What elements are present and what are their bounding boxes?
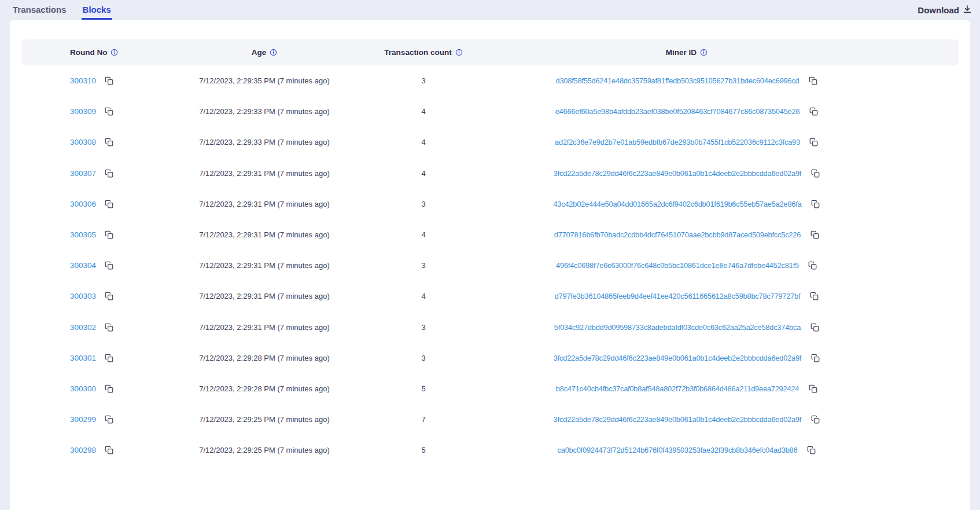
- copy-icon[interactable]: [104, 353, 113, 362]
- round-no-link[interactable]: 300307: [70, 169, 96, 178]
- age-cell: 7/12/2023, 2:29:31 PM (7 minutes ago): [178, 230, 351, 239]
- miner-id-cell: ad2f2c36e7e9d2b7e01ab59edbfb67de293b0b74…: [496, 138, 959, 147]
- table-row: 300306 7/12/2023, 2:29:31 PM (7 minutes …: [21, 189, 959, 219]
- copy-icon[interactable]: [810, 322, 819, 332]
- table-row: 300302 7/12/2023, 2:29:31 PM (7 minutes …: [21, 312, 959, 343]
- copy-icon[interactable]: [104, 322, 113, 332]
- copy-icon[interactable]: [809, 292, 819, 301]
- table-body: 300310 7/12/2023, 2:29:35 PM (7 minutes …: [21, 65, 959, 465]
- copy-icon[interactable]: [104, 230, 113, 240]
- miner-id-link[interactable]: 3fcd22a5de78c29dd46f6c223ae849e0b061a0b1…: [554, 415, 801, 424]
- transaction-count-cell: 3: [351, 76, 496, 85]
- tab-list: Transactions Blocks: [12, 3, 112, 20]
- miner-id-cell: 5f034c927dbdd9d09598733c8adebdafdf03cde0…: [496, 322, 959, 332]
- miner-id-cell: d797fe3b36104865feeb9d4eef41ee420c561166…: [496, 292, 959, 301]
- copy-icon[interactable]: [104, 168, 113, 178]
- transaction-count-cell: 7: [351, 415, 496, 424]
- table-row: 300300 7/12/2023, 2:29:28 PM (7 minutes …: [21, 373, 959, 404]
- miner-id-link[interactable]: ca0bc0f0924473f72d5124b676f0f439503253fa…: [558, 446, 798, 454]
- copy-icon[interactable]: [104, 415, 113, 424]
- copy-icon[interactable]: [809, 107, 818, 116]
- round-no-link[interactable]: 300304: [70, 261, 96, 270]
- copy-icon[interactable]: [104, 446, 113, 455]
- miner-id-link[interactable]: 5f034c927dbdd9d09598733c8adebdafdf03cde0…: [554, 323, 801, 332]
- download-button[interactable]: Download: [918, 3, 972, 16]
- info-icon[interactable]: [270, 49, 277, 56]
- miner-id-link[interactable]: 3fcd22a5de78c29dd46f6c223ae849e0b061a0b1…: [554, 169, 801, 178]
- table-row: 300310 7/12/2023, 2:29:35 PM (7 minutes …: [21, 65, 959, 96]
- round-no-link[interactable]: 300301: [70, 354, 96, 362]
- copy-icon[interactable]: [810, 415, 820, 424]
- info-icon[interactable]: [110, 49, 118, 56]
- copy-icon[interactable]: [104, 261, 113, 270]
- table-row: 300308 7/12/2023, 2:29:33 PM (7 minutes …: [21, 127, 959, 157]
- miner-id-link[interactable]: ad2f2c36e7e9d2b7e01ab59edbfb67de293b0b74…: [555, 138, 800, 146]
- miner-id-link[interactable]: 43c42b02e444e50a04dd01665a2dc6f9402c6db0…: [553, 200, 801, 208]
- miner-id-cell: 496f4c0698f7e6c63000f76c648c0b5bc10861dc…: [496, 261, 959, 270]
- age-cell: 7/12/2023, 2:29:25 PM (7 minutes ago): [178, 415, 351, 424]
- round-no-link[interactable]: 300309: [70, 107, 96, 116]
- copy-icon[interactable]: [104, 107, 113, 116]
- copy-icon[interactable]: [810, 168, 820, 178]
- age-cell: 7/12/2023, 2:29:35 PM (7 minutes ago): [178, 76, 351, 85]
- age-cell: 7/12/2023, 2:29:31 PM (7 minutes ago): [178, 200, 351, 208]
- info-icon[interactable]: [700, 49, 708, 56]
- round-no-cell: 300303: [21, 292, 178, 301]
- copy-icon[interactable]: [809, 76, 818, 86]
- miner-id-cell: ca0bc0f0924473f72d5124b676f0f439503253fa…: [496, 446, 959, 455]
- miner-id-link[interactable]: e4666ef60a5e98b4afddb23aef038be0f5208463…: [555, 107, 800, 116]
- download-label: Download: [918, 5, 959, 15]
- round-no-link[interactable]: 300308: [70, 138, 96, 146]
- table-row: 300305 7/12/2023, 2:29:31 PM (7 minutes …: [21, 219, 959, 250]
- table-row: 300303 7/12/2023, 2:29:31 PM (7 minutes …: [21, 281, 959, 311]
- blocks-panel: Round No Age Transaction count: [10, 20, 970, 510]
- copy-icon[interactable]: [104, 76, 113, 86]
- round-no-link[interactable]: 300310: [70, 76, 96, 85]
- copy-icon[interactable]: [104, 292, 113, 301]
- tab-transactions[interactable]: Transactions: [12, 3, 68, 20]
- round-no-link[interactable]: 300302: [70, 323, 96, 332]
- miner-id-cell: 3fcd22a5de78c29dd46f6c223ae849e0b061a0b1…: [496, 168, 959, 178]
- round-no-cell: 300300: [21, 384, 178, 393]
- round-no-link[interactable]: 300300: [70, 384, 96, 393]
- round-no-cell: 300305: [21, 230, 178, 240]
- copy-icon[interactable]: [810, 353, 820, 362]
- transaction-count-cell: 4: [351, 138, 496, 146]
- miner-id-cell: b8c471c40cb4fbc37caf0b8af548a802f72b3f0b…: [496, 384, 959, 393]
- info-icon[interactable]: [455, 49, 463, 56]
- miner-id-link[interactable]: b8c471c40cb4fbc37caf0b8af548a802f72b3f0b…: [556, 384, 799, 393]
- miner-id-link[interactable]: d308f58f55d6241e48dc35759af81ffedb503c95…: [555, 76, 799, 85]
- transaction-count-cell: 4: [351, 292, 496, 300]
- copy-icon[interactable]: [808, 384, 817, 393]
- age-cell: 7/12/2023, 2:29:33 PM (7 minutes ago): [178, 107, 351, 116]
- copy-icon[interactable]: [104, 199, 113, 208]
- age-cell: 7/12/2023, 2:29:31 PM (7 minutes ago): [178, 169, 351, 178]
- round-no-cell: 300301: [21, 353, 178, 362]
- tab-blocks[interactable]: Blocks: [82, 3, 112, 20]
- table-row: 300304 7/12/2023, 2:29:31 PM (7 minutes …: [21, 250, 959, 281]
- round-no-link[interactable]: 300306: [70, 200, 96, 208]
- column-header-miner-id: Miner ID: [496, 48, 959, 57]
- copy-icon[interactable]: [104, 138, 113, 147]
- round-no-link[interactable]: 300298: [70, 446, 96, 454]
- copy-icon[interactable]: [811, 199, 820, 208]
- miner-id-link[interactable]: 3fcd22a5de78c29dd46f6c223ae849e0b061a0b1…: [554, 354, 801, 362]
- round-no-link[interactable]: 300299: [70, 415, 96, 424]
- transaction-count-cell: 3: [351, 200, 496, 208]
- copy-icon[interactable]: [809, 138, 819, 147]
- copy-icon[interactable]: [808, 261, 817, 270]
- column-label: Transaction count: [384, 48, 451, 57]
- table-row: 300307 7/12/2023, 2:29:31 PM (7 minutes …: [21, 158, 959, 189]
- miner-id-link[interactable]: d7707816b6fb70badc2cdbb4dcf76451070aae2b…: [554, 230, 801, 239]
- round-no-link[interactable]: 300303: [70, 292, 96, 300]
- copy-icon[interactable]: [104, 384, 113, 393]
- miner-id-link[interactable]: 496f4c0698f7e6c63000f76c648c0b5bc10861dc…: [556, 261, 799, 270]
- round-no-cell: 300308: [21, 138, 178, 147]
- round-no-cell: 300298: [21, 446, 178, 455]
- transaction-count-cell: 5: [351, 384, 496, 393]
- round-no-link[interactable]: 300305: [70, 230, 96, 239]
- copy-icon[interactable]: [810, 230, 819, 240]
- top-bar: Transactions Blocks Download: [0, 0, 980, 20]
- copy-icon[interactable]: [806, 446, 816, 455]
- miner-id-link[interactable]: d797fe3b36104865feeb9d4eef41ee420c561166…: [555, 292, 801, 300]
